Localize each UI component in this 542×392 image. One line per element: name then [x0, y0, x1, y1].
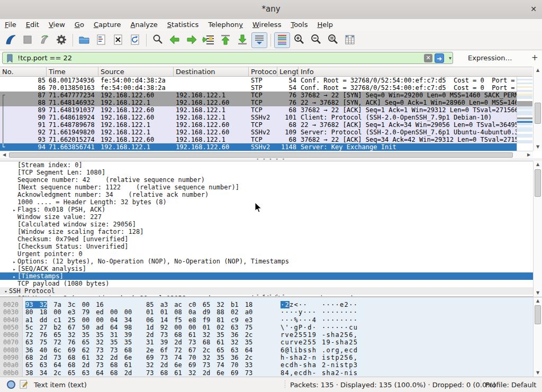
- capture-options-button[interactable]: [53, 32, 69, 48]
- hex-row[interactable]: 008036 40 6c 69 62 73 73 682e 6f 72 67 2…: [0, 347, 533, 354]
- hex-row[interactable]: 009068 2d 73 68 61 32 2d 6e69 73 74 70 3…: [0, 354, 533, 361]
- packet-row-91[interactable]: │9171.648789678192.168.122.1192.168.122.…: [0, 121, 517, 129]
- resize-columns-button[interactable]: [342, 32, 358, 48]
- colorize-toggle[interactable]: [274, 32, 290, 48]
- find-packet-button[interactable]: [150, 32, 166, 48]
- detail-line[interactable]: Acknowledgment number: 34 (relative ack …: [0, 191, 542, 198]
- detail-line[interactable]: [Checksum Status: Unverified]: [0, 243, 542, 250]
- column-header-no[interactable]: No.: [0, 67, 47, 77]
- packet-row-94-selected[interactable]: └9471.663856741192.168.122.1192.168.122.…: [0, 143, 517, 151]
- detail-line[interactable]: 1000 .... = Header Length: 32 bytes (8): [0, 198, 542, 206]
- filter-clear-icon[interactable]: ✕: [424, 54, 432, 62]
- details-vertical-scrollbar[interactable]: ▲ ▼: [533, 161, 542, 297]
- detail-line[interactable]: [Calculated window size: 29056]: [0, 221, 542, 228]
- column-header-info[interactable]: Info: [299, 67, 532, 77]
- expert-info-icon[interactable]: [6, 380, 16, 391]
- scroll-down-icon[interactable]: ▼: [534, 369, 542, 377]
- hex-row[interactable]: 006072 76 65 32 35 35 31 392d 73 68 61 3…: [0, 331, 533, 339]
- scroll-up-icon[interactable]: ▲: [534, 67, 542, 74]
- reload-file-button[interactable]: [127, 32, 143, 48]
- hex-row[interactable]: 00505c 27 b2 67 50 ad 64 981d 92 00 00 0…: [0, 324, 533, 331]
- go-to-bottom-button[interactable]: [234, 32, 250, 48]
- packet-row-93[interactable]: │9371.662015274192.168.122.60192.168.122…: [0, 136, 517, 143]
- menu-tools[interactable]: Tools: [286, 19, 312, 31]
- zoom-100-button[interactable]: [325, 32, 341, 48]
- go-to-packet-button[interactable]: [201, 32, 216, 48]
- intelligent-scrollbar-minimap[interactable]: [517, 77, 532, 151]
- detail-line[interactable]: [TCP Segment Len: 1080]: [0, 169, 542, 176]
- scroll-right-icon[interactable]: ▶: [525, 151, 533, 159]
- detail-line-flags[interactable]: ▸Flags: 0x018 (PSH, ACK): [0, 206, 542, 213]
- menu-statistics[interactable]: Statistics: [162, 19, 203, 31]
- display-filter-input[interactable]: !tcp.port == 22 ✕ ➜ ▾: [2, 52, 453, 64]
- go-back-button[interactable]: [167, 32, 183, 48]
- hex-row[interactable]: 0020c0 a8 7a 3c 00 16 93 3285 a3 ac c0 6…: [0, 301, 533, 308]
- close-icon[interactable]: ✕: [530, 5, 537, 13]
- menu-help[interactable]: Help: [312, 19, 338, 31]
- packet-row-92[interactable]: │9271.661949820192.168.122.1192.168.122.…: [0, 129, 517, 136]
- detail-line-payload[interactable]: TCP payload (1080 bytes): [0, 280, 542, 287]
- expression-button[interactable]: Expression…: [468, 54, 512, 62]
- capture-comment-icon[interactable]: [19, 380, 29, 391]
- zoom-out-button[interactable]: [308, 32, 324, 48]
- detail-line[interactable]: Sequence number: 42 (relative sequence n…: [0, 176, 542, 184]
- filter-bookmark-icon[interactable]: [5, 53, 15, 66]
- detail-line-options[interactable]: ▸Options: (12 bytes), No-Operation (NOP)…: [0, 258, 542, 265]
- status-profile[interactable]: Profile: Default: [485, 381, 536, 389]
- packet-row-89[interactable]: │8971.648191037192.168.122.60192.168.122…: [0, 106, 517, 114]
- column-header-length[interactable]: Length: [277, 67, 299, 77]
- menu-capture[interactable]: Capture: [89, 19, 126, 31]
- go-to-top-button[interactable]: [218, 32, 233, 48]
- detail-line[interactable]: Window size value: 227: [0, 213, 542, 221]
- zoom-in-button[interactable]: [291, 32, 307, 48]
- packet-row-86[interactable]: 8670.013850163fe:54:00:d4:38:2aSTP54Conf…: [0, 84, 517, 92]
- start-capture-button[interactable]: [3, 32, 19, 48]
- filter-apply-icon[interactable]: ➜: [435, 53, 444, 63]
- save-file-button[interactable]: [93, 32, 109, 48]
- detail-line-seq-ack[interactable]: ▸[SEQ/ACK analysis]: [0, 265, 542, 272]
- menu-telephony[interactable]: Telephony: [203, 19, 248, 31]
- auto-scroll-toggle[interactable]: [251, 32, 267, 48]
- hex-row[interactable]: 00a065 63 64 68 2d 73 68 6132 2d 6e 69 7…: [0, 361, 533, 369]
- menu-edit[interactable]: Edit: [21, 19, 44, 31]
- column-header-time[interactable]: Time: [47, 67, 98, 77]
- detail-line[interactable]: Urgent pointer: 0: [0, 250, 542, 258]
- detail-line[interactable]: [Next sequence number: 1122 (relative se…: [0, 184, 542, 191]
- go-forward-button[interactable]: [184, 32, 200, 48]
- scroll-down-icon[interactable]: ▼: [534, 143, 542, 151]
- stop-capture-button[interactable]: [20, 32, 35, 48]
- column-header-destination[interactable]: Destination: [174, 67, 249, 77]
- scrollbar-thumb[interactable]: [535, 103, 541, 124]
- packet-row-85[interactable]: 8568.001734936fe:54:00:d4:38:2aSTP54Conf…: [0, 77, 517, 84]
- scrollbar-thumb[interactable]: [535, 169, 541, 197]
- packet-row-87[interactable]: ┌8771.647777234192.168.122.60192.168.122…: [0, 92, 517, 99]
- scrollbar-thumb[interactable]: [535, 305, 541, 324]
- detail-line[interactable]: Checksum: 0x79ed [unverified]: [0, 235, 542, 243]
- column-header-source[interactable]: Source: [98, 67, 174, 77]
- detail-line[interactable]: [Stream index: 0]: [0, 161, 542, 169]
- close-file-button[interactable]: [110, 32, 126, 48]
- filter-dropdown-icon[interactable]: ▾: [449, 55, 451, 61]
- menu-wireless[interactable]: Wireless: [248, 19, 286, 31]
- menu-file[interactable]: File: [0, 19, 21, 31]
- hex-vertical-scrollbar[interactable]: ▲ ▼: [533, 297, 542, 377]
- packet-list-vertical-scrollbar[interactable]: ▲ ▼: [533, 67, 542, 151]
- scroll-left-icon[interactable]: ◀: [0, 151, 8, 159]
- scroll-up-icon[interactable]: ▲: [534, 161, 542, 168]
- open-file-button[interactable]: [76, 32, 92, 48]
- column-header-protocol[interactable]: Protocol: [249, 67, 277, 77]
- menu-go[interactable]: Go: [70, 19, 89, 31]
- scroll-up-icon[interactable]: ▲: [534, 297, 542, 305]
- add-filter-button[interactable]: +: [531, 53, 538, 62]
- hex-row[interactable]: 0040a1 dd c1 25 00 00 04 3406 14 f5 e8 f…: [0, 316, 533, 324]
- restart-capture-button[interactable]: [37, 32, 52, 48]
- detail-line-timestamps-selected[interactable]: ▸[Timestamps]: [0, 272, 542, 280]
- hex-row[interactable]: 003080 18 00 e3 79 ed 00 0001 01 08 0a d…: [0, 308, 533, 316]
- hex-row[interactable]: 00b038 34 2c 65 63 64 68 2d73 68 61 32 2…: [0, 369, 533, 377]
- detail-line[interactable]: [Window size scaling factor: 128]: [0, 228, 542, 235]
- hex-row[interactable]: 007063 75 72 76 65 32 35 3531 39 2d 73 6…: [0, 339, 533, 346]
- menu-view[interactable]: View: [44, 19, 70, 31]
- packet-row-90[interactable]: │9071.648618924192.168.122.60192.168.122…: [0, 114, 517, 121]
- packet-row-88[interactable]: │8871.648146932192.168.122.1192.168.122.…: [0, 99, 517, 106]
- menu-analyze[interactable]: Analyze: [126, 19, 162, 31]
